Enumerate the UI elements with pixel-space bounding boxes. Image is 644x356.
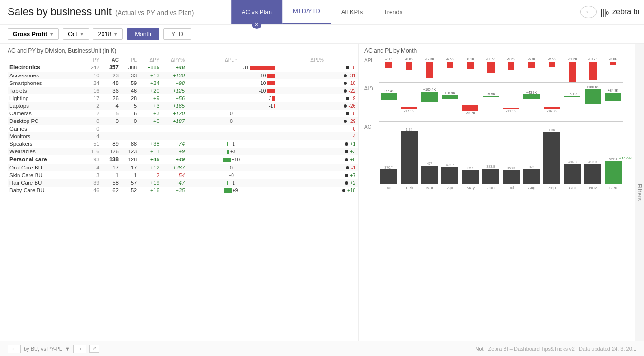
row-ac: 48	[101, 79, 121, 87]
row-pl: 57	[121, 179, 139, 187]
dpy-bar-col: +43.9K	[522, 84, 541, 122]
row-dpl-bar: +1	[187, 179, 276, 187]
row-dpl-bar: +9	[187, 187, 276, 194]
month-label: Jun	[481, 186, 501, 190]
bottom-dropdown[interactable]: ▼	[65, 346, 70, 352]
row-dpl-bar: 0	[187, 117, 276, 125]
row-ac: 1	[101, 171, 121, 179]
row-name: Cameras	[8, 110, 83, 117]
dpl-bar-col: -6.5K	[440, 56, 460, 82]
row-py: 4	[83, 164, 101, 171]
month-label: Sep	[542, 186, 562, 190]
row-dpyp: +125	[161, 87, 187, 94]
row-dplp: -22	[276, 87, 358, 94]
row-dpy: +20	[139, 87, 161, 94]
dpy-bar-col: +77.4K	[379, 84, 399, 122]
back-button[interactable]: ←	[580, 6, 597, 18]
row-pl: 59	[121, 79, 139, 87]
dpl-bar-col: -19.7K	[583, 56, 603, 82]
row-ac: 36	[101, 87, 121, 94]
year-dropdown[interactable]: 2018 ▼	[93, 28, 123, 40]
dpl-bar-col: -11.5K	[481, 56, 501, 82]
row-pl: 33	[121, 72, 139, 79]
chevron-down-icon: ▼	[80, 32, 84, 37]
filters-sidebar[interactable]: Filters	[635, 44, 644, 341]
month-dropdown[interactable]: Oct ▼	[63, 28, 89, 40]
row-dpl-bar: -31	[187, 63, 276, 72]
tab-ac-vs-plan[interactable]: AC vs Plan ✕	[231, 0, 282, 24]
row-py: 51	[83, 140, 101, 148]
row-ac: 89	[101, 140, 121, 148]
row-dpl-bar: 0	[187, 110, 276, 117]
next-arrow[interactable]: →	[73, 345, 86, 353]
page-title: Sales by business unit	[8, 6, 112, 18]
row-ac	[101, 132, 121, 140]
row-dpyp: +187	[161, 117, 187, 125]
row-dpy: +13	[139, 72, 161, 79]
row-pl: 388	[121, 63, 139, 72]
row-name: Monitors	[8, 132, 83, 140]
expand-icon[interactable]: ⤢	[89, 345, 99, 353]
row-name: Oral Care BU	[8, 164, 83, 171]
row-name: Wearables	[8, 148, 83, 155]
close-icon[interactable]: ✕	[252, 19, 261, 29]
ac-bar-col: 422.7	[440, 122, 460, 184]
row-ac: 0	[101, 117, 121, 125]
row-dplp: -8	[276, 110, 358, 117]
row-ac: 62	[101, 187, 121, 194]
row-pl: 46	[121, 87, 139, 94]
row-dpl-bar: +0	[187, 171, 276, 179]
row-dpy: +45	[139, 155, 161, 164]
toolbar: Gross Profit ▼ Oct ▼ 2018 ▼ Month YTD	[0, 25, 644, 44]
month-toggle[interactable]: Month	[127, 28, 159, 40]
tab-trends[interactable]: Trends	[373, 0, 413, 24]
prev-arrow[interactable]: ←	[8, 345, 21, 353]
row-pl	[121, 132, 139, 140]
row-dpy: +0	[139, 117, 161, 125]
row-py: 17	[83, 94, 101, 102]
row-dplp: +3	[276, 148, 358, 155]
row-dplp: 0	[276, 125, 358, 132]
row-dpy: +115	[139, 63, 161, 72]
month-label: Nov	[583, 186, 603, 190]
nav-tabs: AC vs Plan ✕ MTD/YTD All KPIs Trends	[231, 0, 413, 24]
footer-text: Zebra BI – Dashboard Tips&Tricks v2 | Da…	[488, 346, 636, 352]
month-label: Jan	[379, 186, 399, 190]
row-py: 10	[83, 72, 101, 79]
row-dplp: -31	[276, 72, 358, 79]
row-dplp: -1	[276, 164, 358, 171]
row-pl: 52	[121, 187, 139, 194]
ac-bar-col: 372	[522, 122, 541, 184]
row-dplp: +7	[276, 171, 358, 179]
row-dpl-bar: -10	[187, 79, 276, 87]
dpl-bar-col: -5.6K	[542, 56, 562, 82]
row-dplp: -8	[276, 63, 358, 72]
ytd-toggle[interactable]: YTD	[163, 28, 191, 40]
row-dpyp: +9	[161, 148, 187, 155]
metric-dropdown[interactable]: Gross Profit ▼	[8, 28, 59, 40]
title-area: Sales by business unit (Actual vs PY and…	[8, 6, 194, 18]
row-dplp: -9	[276, 94, 358, 102]
row-py: 2	[83, 110, 101, 117]
row-dpyp: +35	[161, 187, 187, 194]
row-py: 4	[83, 132, 101, 140]
ac-bar-col: 1.3K	[399, 122, 419, 184]
row-dplp: -4	[276, 132, 358, 140]
row-dpyp	[161, 125, 187, 132]
dpl-bar-col: -9.2K	[501, 56, 521, 82]
dpy-bar-col: -16.8K	[542, 84, 562, 122]
row-dpl-bar: -1	[187, 102, 276, 110]
row-dpy: +38	[139, 140, 161, 148]
row-dpyp: +120	[161, 110, 187, 117]
row-dpy: -2	[139, 171, 161, 179]
row-dpy	[139, 125, 161, 132]
row-dplp: +18	[276, 187, 358, 194]
row-py: 93	[83, 155, 101, 164]
tab-mtd-ytd[interactable]: MTD/YTD	[282, 0, 331, 24]
dpl-label: ΔPL	[364, 56, 379, 63]
row-name: Speakers	[8, 140, 83, 148]
tab-all-kpis[interactable]: All KPIs	[331, 0, 373, 24]
row-dpy: +3	[139, 110, 161, 117]
row-name: Hair Care BU	[8, 179, 83, 187]
month-label: Apr	[440, 186, 460, 190]
